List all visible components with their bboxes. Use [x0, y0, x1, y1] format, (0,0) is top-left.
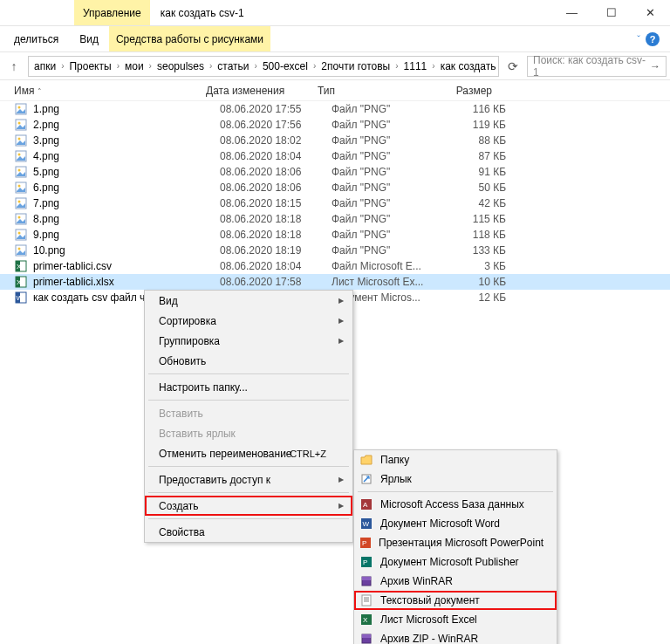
breadcrumb-segment[interactable]: seopulses	[155, 60, 206, 72]
file-type: Лист Microsoft Ex...	[332, 276, 436, 288]
breadcrumb[interactable]: апки›Проекты›мои›seopulses›статьи›500-ex…	[28, 56, 499, 77]
column-type[interactable]: Тип	[318, 85, 422, 97]
file-icon	[14, 149, 28, 163]
file-row[interactable]: 3.png08.06.2020 18:02Файл "PNG"88 КБ	[0, 133, 670, 148]
ribbon-chevron-icon[interactable]: ˇ	[637, 34, 640, 45]
file-row[interactable]: 5.png08.06.2020 18:06Файл "PNG"91 КБ	[0, 164, 670, 180]
file-row[interactable]: 6.png08.06.2020 18:06Файл "PNG"50 КБ	[0, 180, 670, 195]
chevron-right-icon: ›	[146, 61, 155, 71]
file-icon: X	[14, 275, 28, 289]
file-name: 7.png	[33, 197, 220, 209]
context-menu-item[interactable]: Настроить папку...	[145, 377, 352, 397]
menu-item-label: Вставить	[159, 408, 203, 420]
file-icon	[14, 243, 28, 257]
context-menu-item[interactable]: Группировка	[145, 331, 352, 351]
svg-point-17	[18, 232, 21, 235]
breadcrumb-segment[interactable]: 1111	[402, 60, 429, 72]
submenu-item[interactable]: AMicrosoft Access База данных	[354, 495, 557, 514]
submenu-label: Документ Microsoft Publisher	[380, 556, 519, 568]
help-icon[interactable]: ?	[646, 32, 660, 46]
file-date: 08.06.2020 17:58	[220, 276, 332, 288]
folder-icon	[359, 453, 373, 467]
svg-point-15	[18, 216, 21, 219]
file-row[interactable]: 8.png08.06.2020 18:18Файл "PNG"115 КБ	[0, 211, 670, 227]
zip-icon	[359, 632, 373, 644]
file-row[interactable]: Xprimer-tablici.csv08.06.2020 18:04Файл …	[0, 258, 670, 274]
file-name: primer-tablici.xlsx	[33, 276, 220, 288]
svg-text:X: X	[17, 263, 22, 271]
file-row[interactable]: 7.png08.06.2020 18:15Файл "PNG"42 КБ	[0, 195, 670, 211]
context-menu-item[interactable]: Свойства	[145, 522, 352, 542]
file-row[interactable]: 9.png08.06.2020 18:18Файл "PNG"118 КБ	[0, 227, 670, 243]
breadcrumb-segment[interactable]: 500-excel	[261, 60, 310, 72]
submenu-item[interactable]: XЛист Microsoft Excel	[354, 610, 557, 629]
submenu-item[interactable]: PДокумент Microsoft Publisher	[354, 552, 557, 572]
file-date: 08.06.2020 18:18	[220, 213, 332, 225]
context-menu-item[interactable]: Отменить переименованиеCTRL+Z	[145, 443, 352, 463]
svg-point-7	[18, 154, 21, 156]
file-row[interactable]: 2.png08.06.2020 17:56Файл "PNG"119 КБ	[0, 117, 670, 133]
breadcrumb-segment[interactable]: Проекты	[67, 60, 113, 72]
word-icon: W	[359, 517, 373, 531]
breadcrumb-segment[interactable]: апки	[32, 60, 58, 72]
file-icon	[14, 181, 28, 195]
breadcrumb-segment[interactable]: 2почти готовы	[319, 60, 392, 72]
close-button[interactable]: ✕	[631, 0, 670, 25]
file-size: 50 КБ	[436, 182, 506, 194]
file-list: 1.png08.06.2020 17:55Файл "PNG"116 КБ2.p…	[0, 101, 670, 305]
context-menu-item[interactable]: Сортировка	[145, 311, 352, 331]
submenu-item[interactable]: PПрезентация Microsoft PowerPoint	[354, 533, 557, 552]
file-date: 08.06.2020 17:55	[220, 103, 332, 115]
file-size: 10 КБ	[436, 276, 506, 288]
submenu-item[interactable]: Ярлык	[354, 469, 557, 489]
minimize-button[interactable]: —	[552, 0, 591, 25]
search-input[interactable]: Поиск: как создать csv-1 →	[527, 56, 667, 77]
window-title: как создать csv-1	[150, 0, 255, 25]
submenu-item[interactable]: Текстовый документ	[354, 591, 557, 610]
menu-item-label: Вид	[159, 295, 178, 307]
svg-text:W: W	[363, 520, 370, 528]
file-size: 119 КБ	[436, 119, 506, 131]
submenu-item[interactable]: Архив WinRAR	[354, 572, 557, 591]
file-date: 08.06.2020 18:04	[220, 260, 332, 272]
submenu-item[interactable]: Папку	[354, 450, 557, 469]
file-row[interactable]: 4.png08.06.2020 18:04Файл "PNG"87 КБ	[0, 148, 670, 164]
file-name: 4.png	[33, 150, 220, 162]
context-menu-item[interactable]: Вид	[145, 291, 352, 311]
file-type: Файл "PNG"	[332, 166, 436, 178]
ribbon-share[interactable]: делиться	[3, 33, 69, 45]
breadcrumb-segment[interactable]: статьи	[215, 60, 250, 72]
maximize-button[interactable]: ☐	[591, 0, 631, 25]
ribbon-picture-tools[interactable]: Средства работы с рисунками	[109, 26, 270, 51]
menu-separator	[148, 400, 349, 401]
submenu-label: Ярлык	[380, 473, 412, 485]
file-icon	[14, 196, 28, 210]
file-row[interactable]: 1.png08.06.2020 17:55Файл "PNG"116 КБ	[0, 101, 670, 117]
menu-item-label: Обновить	[159, 355, 206, 367]
breadcrumb-segment[interactable]: мои	[123, 60, 146, 72]
ribbon-tab-manage[interactable]: Управление	[74, 0, 150, 25]
file-type: Файл "PNG"	[332, 103, 436, 115]
column-name[interactable]: Имя˄	[14, 85, 206, 97]
refresh-icon[interactable]: ⟳	[502, 56, 523, 77]
file-row[interactable]: 10.png08.06.2020 18:19Файл "PNG"133 КБ	[0, 243, 670, 258]
nav-up-icon[interactable]: ↑	[3, 56, 24, 77]
submenu-item[interactable]: WДокумент Microsoft Word	[354, 514, 557, 533]
menu-separator	[148, 518, 349, 519]
context-menu-item[interactable]: Создать	[145, 496, 352, 516]
address-bar: ↑ апки›Проекты›мои›seopulses›статьи›500-…	[0, 52, 670, 80]
file-row[interactable]: Xprimer-tablici.xlsx08.06.2020 17:58Лист…	[0, 274, 670, 290]
submenu-item[interactable]: Архив ZIP - WinRAR	[354, 629, 557, 644]
submenu-label: Документ Microsoft Word	[380, 517, 500, 530]
context-menu-item[interactable]: Обновить	[145, 351, 352, 371]
menu-item-label: Отменить переименование	[159, 448, 292, 460]
context-menu-item[interactable]: Предоставить доступ к	[145, 469, 352, 490]
file-type: Файл "PNG"	[332, 134, 436, 147]
column-size[interactable]: Размер	[422, 85, 492, 97]
submenu-label: Лист Microsoft Excel	[380, 613, 477, 626]
file-name: 9.png	[33, 229, 220, 241]
file-size: 133 КБ	[436, 244, 506, 257]
breadcrumb-segment[interactable]: как создать csv-1	[439, 60, 499, 72]
column-date[interactable]: Дата изменения	[206, 85, 318, 97]
ribbon-view[interactable]: Вид	[69, 33, 109, 45]
